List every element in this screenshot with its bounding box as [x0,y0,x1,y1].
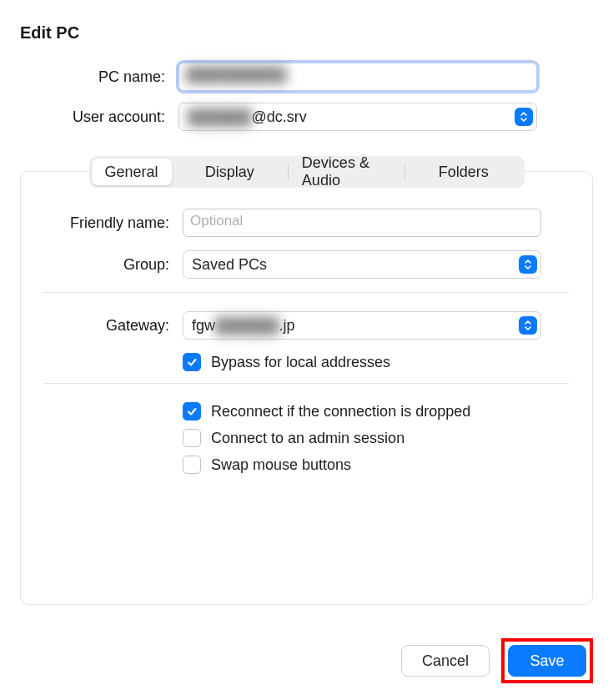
admin-label: Connect to an admin session [211,430,404,447]
updown-icon [519,255,537,274]
check-icon [186,405,198,417]
reconnect-checkbox[interactable] [183,402,201,421]
pc-name-value: ██████████ [186,67,286,83]
user-account-value-redacted: ██████ [188,108,252,126]
divider [44,292,569,293]
swap-checkbox[interactable] [183,456,201,474]
group-select[interactable]: Saved PCs [183,250,541,279]
general-panel: Friendly name: Optional Group: Saved PCs [20,171,593,605]
group-value: Saved PCs [192,256,267,274]
divider [44,383,569,384]
dialog-title: Edit PC [20,23,593,43]
tab-general[interactable]: General [92,159,172,185]
reconnect-label: Reconnect if the connection is dropped [211,403,470,421]
bypass-checkbox[interactable] [183,353,201,371]
user-account-select[interactable]: ██████ @dc.srv [178,103,537,131]
user-account-value-suffix: @dc.srv [252,108,307,126]
updown-icon [519,316,537,335]
bypass-label: Bypass for local addresses [211,354,390,371]
cancel-button[interactable]: Cancel [401,645,490,677]
user-account-label: User account: [20,108,178,126]
save-highlight-box: Save [501,638,593,683]
check-icon [186,356,198,368]
friendly-name-label: Friendly name: [44,214,183,232]
save-button[interactable]: Save [508,645,586,677]
tab-bar: General Display Devices & Audio Folders [89,156,525,188]
pc-name-label: PC name: [20,68,178,86]
gateway-value-suffix: .jp [279,317,295,335]
updown-icon [515,108,533,126]
admin-checkbox[interactable] [183,429,201,447]
friendly-name-placeholder: Optional [190,213,243,229]
friendly-name-input[interactable]: Optional [183,209,541,237]
swap-label: Swap mouse buttons [211,456,351,474]
tab-display[interactable]: Display [172,159,288,185]
gateway-select[interactable]: fgw██████.jp [183,311,541,340]
gateway-value-prefix: fgw [192,317,215,335]
group-label: Group: [44,256,183,274]
gateway-label: Gateway: [44,317,183,335]
tab-devices-audio[interactable]: Devices & Audio [289,159,404,185]
pc-name-input[interactable]: ██████████ [178,63,537,91]
gateway-value-redacted: ██████ [215,317,279,335]
tab-folders[interactable]: Folders [405,159,521,185]
